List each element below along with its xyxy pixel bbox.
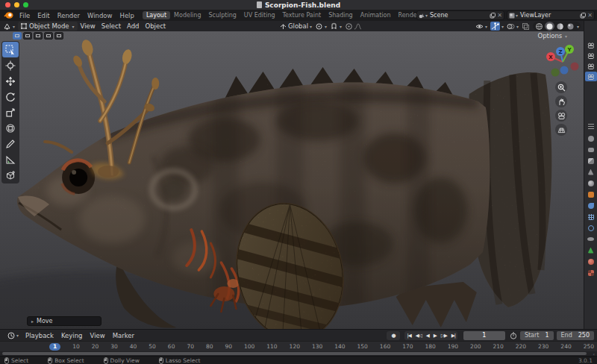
- pan-view-button[interactable]: [555, 95, 567, 107]
- auto-keying-button[interactable]: ●: [387, 331, 400, 340]
- move-tool[interactable]: [2, 73, 19, 89]
- menu-item[interactable]: Edit: [34, 12, 53, 19]
- outliner-camera-toggle[interactable]: [585, 40, 597, 50]
- menu-item[interactable]: Render: [54, 12, 84, 19]
- new-scene-icon[interactable]: [490, 13, 496, 19]
- properties-tab[interactable]: [587, 190, 596, 198]
- transform-tool[interactable]: [2, 120, 19, 136]
- properties-tab[interactable]: [587, 246, 596, 254]
- rendered-shading-button[interactable]: [566, 22, 575, 31]
- viewport-3d[interactable]: Options ▾: [0, 31, 584, 329]
- editor-type-selector[interactable]: ▾: [3, 22, 15, 31]
- zoom-view-button[interactable]: [555, 81, 567, 93]
- properties-tab[interactable]: [587, 157, 596, 165]
- workspace-tab[interactable]: Animation: [357, 11, 395, 19]
- timeline-menu-item[interactable]: Keying: [57, 332, 87, 339]
- viewport-menu-item[interactable]: Select: [99, 22, 124, 30]
- axis-gizmo[interactable]: X Z Y: [542, 42, 581, 79]
- select-mode-button[interactable]: [44, 32, 53, 40]
- viewport-menu-item[interactable]: View: [78, 22, 99, 30]
- viewport-header: ▾ Object Mode ▾ ViewSelectAddObject Glob…: [0, 21, 584, 31]
- remove-view-layer-icon[interactable]: ✕: [587, 12, 593, 19]
- annotate-tool[interactable]: [2, 136, 19, 151]
- options-dropdown[interactable]: Options ▾: [537, 32, 567, 40]
- transport-button[interactable]: ▷▶: [439, 333, 449, 339]
- scene-selector[interactable]: ▾ Scene ✕: [416, 10, 504, 20]
- workspace-tab[interactable]: Rendering: [394, 11, 416, 19]
- overlays-toggle[interactable]: ▾: [507, 22, 519, 31]
- viewport-menu-item[interactable]: Add: [124, 22, 142, 30]
- timeline-menu-item[interactable]: Marker: [109, 332, 138, 339]
- select-box-tool[interactable]: [2, 42, 19, 57]
- menu-item[interactable]: Help: [116, 12, 137, 19]
- mouse-icon: [159, 357, 163, 364]
- snap-toggle[interactable]: ▾: [330, 22, 342, 31]
- timeline-menu-item[interactable]: View: [87, 332, 109, 339]
- show-gizmo-toggle[interactable]: [490, 22, 500, 31]
- outliner-camera-toggle[interactable]: [585, 51, 597, 60]
- scale-tool[interactable]: [2, 104, 19, 120]
- hint-label: Dolly View: [110, 357, 140, 364]
- add-cube-tool[interactable]: [2, 167, 19, 183]
- menu-item[interactable]: File: [16, 12, 34, 19]
- xray-toggle[interactable]: [522, 22, 530, 31]
- properties-tab[interactable]: [587, 134, 596, 142]
- properties-tab[interactable]: [587, 257, 596, 266]
- start-frame-field[interactable]: Start 1: [520, 331, 554, 340]
- properties-tab[interactable]: [587, 224, 596, 232]
- scrollbar-thumb[interactable]: [2, 352, 587, 355]
- camera-view-button[interactable]: [555, 110, 567, 122]
- properties-tab[interactable]: [587, 213, 596, 221]
- workspace-tab[interactable]: Sculpting: [204, 11, 240, 19]
- timeline-ruler[interactable]: 1102030405060708090100110120130140150160…: [0, 341, 597, 351]
- select-mode-button[interactable]: [34, 32, 43, 40]
- current-frame-field[interactable]: 1: [463, 331, 505, 340]
- properties-tab[interactable]: [587, 179, 596, 187]
- measure-tool[interactable]: [2, 151, 19, 167]
- object-visibility-dropdown[interactable]: ▾: [475, 22, 487, 31]
- workspace-tab[interactable]: UV Editing: [240, 11, 279, 19]
- new-view-layer-icon[interactable]: [580, 13, 586, 19]
- unlink-scene-icon[interactable]: ✕: [497, 12, 502, 19]
- scorpionfish-model[interactable]: [0, 31, 584, 329]
- pivot-point-dropdown[interactable]: ▾: [315, 22, 327, 31]
- timeline-scrollbar[interactable]: ‹: [0, 351, 597, 356]
- workspace-tab[interactable]: Shading: [325, 11, 357, 19]
- blender-logo-icon[interactable]: [4, 11, 13, 19]
- mode-dropdown[interactable]: Object Mode ▾: [18, 22, 78, 31]
- transport-button[interactable]: ▶|: [449, 333, 457, 339]
- properties-tab[interactable]: [587, 168, 596, 176]
- perspective-toggle-button[interactable]: [555, 124, 567, 136]
- cursor-tool[interactable]: [2, 57, 19, 73]
- outliner-camera-toggle[interactable]: [585, 72, 597, 81]
- properties-tab[interactable]: [587, 201, 596, 210]
- end-frame-field[interactable]: End 250: [557, 331, 594, 340]
- properties-tab[interactable]: [587, 145, 596, 154]
- properties-tab[interactable]: [587, 123, 596, 131]
- rotate-tool[interactable]: [2, 89, 19, 104]
- workspace-tab[interactable]: Layout: [143, 11, 170, 19]
- transport-button[interactable]: ◀: [424, 333, 431, 339]
- viewport-menu-item[interactable]: Object: [142, 22, 169, 30]
- workspace-tab[interactable]: Texture Paint: [279, 11, 325, 19]
- outliner-camera-toggle[interactable]: [585, 61, 597, 71]
- select-mode-button[interactable]: [13, 32, 22, 40]
- solid-shading-button[interactable]: [545, 22, 554, 31]
- operator-redo-panel[interactable]: ▸ Move: [27, 316, 101, 326]
- select-mode-button[interactable]: [54, 32, 63, 40]
- properties-tab[interactable]: [587, 235, 596, 243]
- wireframe-shading-button[interactable]: [534, 22, 544, 31]
- workspace-tab[interactable]: Modeling: [170, 11, 204, 19]
- transport-button[interactable]: ◀◁: [413, 333, 424, 339]
- transport-button[interactable]: |◀: [404, 333, 413, 339]
- select-mode-button[interactable]: [23, 32, 32, 40]
- material-preview-shading-button[interactable]: [555, 22, 565, 31]
- view-layer-selector[interactable]: ▾ ViewLayer ✕: [507, 10, 595, 20]
- transport-button[interactable]: ▶: [431, 333, 439, 339]
- timeline-editor-type[interactable]: ▾: [3, 332, 19, 339]
- timeline-menu-item[interactable]: Playback: [22, 332, 57, 339]
- menu-item[interactable]: Window: [84, 12, 116, 19]
- properties-tab[interactable]: [587, 269, 596, 277]
- transform-orientation-dropdown[interactable]: Global ▾: [279, 22, 312, 31]
- proportional-editing-toggle[interactable]: [345, 22, 362, 31]
